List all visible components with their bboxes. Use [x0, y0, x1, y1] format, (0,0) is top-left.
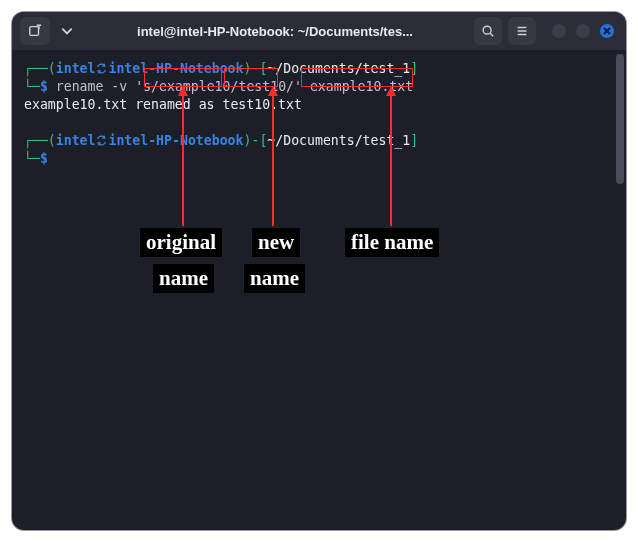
prompt-path: ~/Documents/test_1 [267, 61, 410, 76]
minimize-button[interactable] [552, 24, 566, 38]
search-button[interactable] [474, 17, 502, 45]
arg-new-name: test10 [238, 79, 286, 94]
output-line: example10.txt renamed as test10.txt [24, 96, 618, 114]
close-button[interactable] [600, 24, 614, 38]
annotation-label-original2: name [153, 264, 214, 293]
arg-original-name: example10 [159, 79, 230, 94]
window-title: intel@intel-HP-Notebook: ~/Documents/tes… [84, 24, 466, 39]
titlebar: intel@intel-HP-Notebook: ~/Documents/tes… [12, 12, 626, 50]
command-rename: rename -v [48, 79, 135, 94]
recycle-icon [95, 134, 108, 147]
new-tab-button[interactable] [20, 17, 50, 45]
prompt-dollar: $ [40, 79, 48, 94]
prompt-line: ┌──(intelintel-HP-Notebook)-[~/Documents… [24, 132, 618, 150]
svg-line-4 [490, 33, 493, 36]
menu-button[interactable] [508, 17, 536, 45]
svg-point-3 [483, 26, 491, 34]
scrollbar-thumb[interactable] [616, 54, 624, 184]
prompt-user: intel [56, 61, 96, 76]
search-icon [481, 24, 495, 38]
maximize-button[interactable] [576, 24, 590, 38]
svg-rect-0 [30, 27, 39, 36]
arg-file-name: example10.txt [310, 79, 413, 94]
close-icon [603, 27, 611, 35]
window-controls [552, 24, 614, 38]
prompt-host: intel-HP-Notebook [108, 61, 243, 76]
prompt-corner: ┌── [24, 61, 48, 76]
annotation-label-original: original [140, 228, 222, 257]
prompt-line-empty: └─$ [24, 150, 618, 168]
command-line: └─$ rename -v 's/example10/test10/' exam… [24, 78, 618, 96]
terminal-window: intel@intel-HP-Notebook: ~/Documents/tes… [12, 12, 626, 530]
hamburger-icon [515, 24, 529, 38]
annotation-label-new: new [252, 228, 300, 257]
chevron-down-icon [60, 24, 74, 38]
recycle-icon [95, 62, 108, 75]
new-tab-dropdown[interactable] [58, 17, 76, 45]
terminal-body[interactable]: ┌──(intelintel-HP-Notebook)-[~/Documents… [12, 50, 626, 530]
prompt-line: ┌──(intelintel-HP-Notebook)-[~/Documents… [24, 60, 618, 78]
new-tab-icon [28, 24, 42, 38]
annotation-label-new2: name [244, 264, 305, 293]
annotation-label-file: file name [345, 228, 439, 257]
